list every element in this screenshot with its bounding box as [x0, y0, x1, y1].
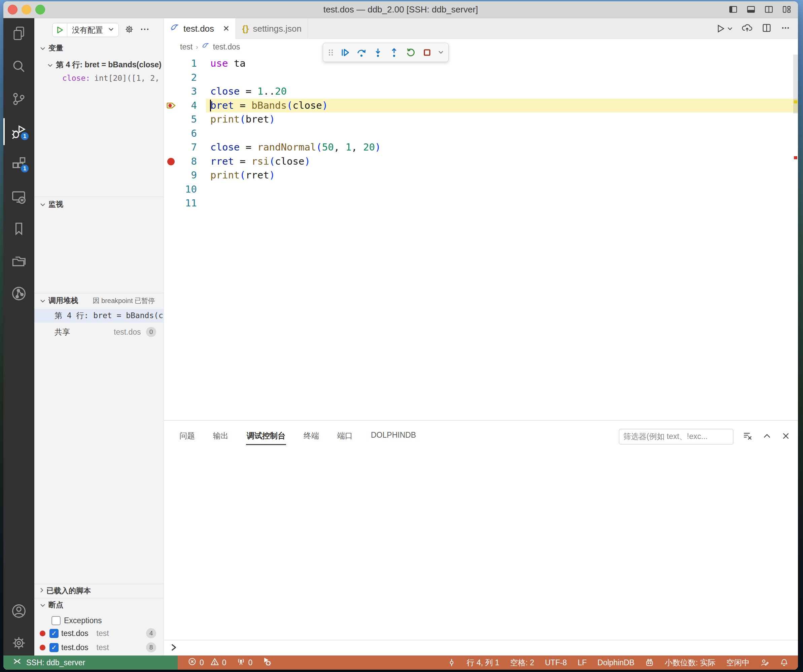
panel-tab[interactable]: 输出	[212, 427, 229, 446]
breakpoints-section-header[interactable]: 断点	[34, 600, 164, 610]
console-filter-input[interactable]	[619, 429, 733, 444]
run-debug-icon[interactable]: 1	[11, 124, 27, 140]
breakpoint-row[interactable]: ✓test.dostest4	[34, 626, 164, 640]
explorer-icon[interactable]	[11, 25, 27, 41]
maximize-panel-icon[interactable]	[762, 431, 772, 442]
debug-settings-gear-icon[interactable]	[124, 24, 134, 36]
gutter[interactable]: 10	[164, 182, 206, 197]
variable-row[interactable]: close: int[20]([1, 2, …	[34, 72, 164, 85]
ports-status[interactable]: 0	[237, 657, 253, 668]
debug-console-input[interactable]	[164, 640, 798, 656]
stack-frame-row[interactable]: 第 4 行: bret = bBands(cl	[34, 309, 164, 322]
customize-layout-icon[interactable]	[782, 5, 791, 14]
run-file-icon[interactable]	[715, 24, 733, 34]
upload-sync-icon[interactable]	[741, 23, 753, 34]
breadcrumb[interactable]: test › test.dos	[164, 39, 798, 55]
more-actions-icon[interactable]	[140, 24, 150, 36]
extension-face-icon[interactable]	[645, 658, 654, 667]
code-text[interactable]: bret = bBands(close)	[206, 99, 798, 113]
clear-console-icon[interactable]	[743, 431, 753, 443]
call-stack-section-header[interactable]: 调用堆栈 因 breakpoint 已暂停	[34, 296, 164, 306]
language-mode-status[interactable]: DolphinDB	[597, 658, 634, 667]
toolbar-drag-grip[interactable]	[327, 46, 335, 59]
code-text[interactable]: print(bret)	[206, 112, 798, 127]
start-debug-icon[interactable]	[52, 23, 67, 37]
idle-status[interactable]: 空闲中	[726, 657, 749, 668]
debug-console[interactable]	[164, 452, 798, 656]
tab-settings-json[interactable]: {} settings.json	[236, 18, 308, 39]
gutter[interactable]: 7	[164, 140, 206, 155]
search-icon[interactable]	[11, 59, 27, 75]
toggle-secondary-sidebar-icon[interactable]	[764, 5, 774, 14]
tab-test-dos[interactable]: test.dos ✕	[164, 18, 236, 39]
exceptions-breakpoint-row[interactable]: Exceptions	[34, 613, 164, 628]
remote-indicator[interactable]: SSH: ddb_server	[3, 656, 178, 670]
variables-scope-row[interactable]: 第 4 行: bret = bBands(close)	[34, 58, 164, 72]
stop-icon[interactable]	[420, 46, 434, 59]
remote-user-icon[interactable]	[760, 658, 769, 667]
breakpoint-dot[interactable]	[167, 158, 175, 165]
debug-session-status[interactable]	[263, 657, 272, 668]
code-text[interactable]: close = 1..20	[206, 85, 798, 99]
encoding-status[interactable]: UTF-8	[545, 658, 567, 667]
watch-section-header[interactable]: 监视	[34, 199, 164, 210]
problems-status[interactable]: 0 0	[188, 657, 226, 668]
breakpoint-checkbox[interactable]: ✓	[49, 643, 59, 652]
close-window-button[interactable]	[8, 5, 18, 15]
gutter[interactable]: 4	[164, 99, 206, 113]
extensions-icon[interactable]: 1	[11, 156, 27, 172]
breakpoint-row[interactable]: ✓test.dostest8	[34, 640, 164, 654]
gutter[interactable]: 11	[164, 196, 206, 210]
launch-config-dropdown[interactable]: 没有配置	[52, 23, 119, 37]
remote-explorer-icon[interactable]	[11, 189, 27, 205]
focus-marker-icon[interactable]	[447, 658, 456, 667]
cursor-position-status[interactable]: 行 4, 列 1	[467, 657, 499, 668]
eol-status[interactable]: LF	[577, 658, 587, 667]
panel-tab[interactable]: 端口	[336, 427, 353, 446]
stack-thread-row[interactable]: 共享 test.dos 0	[34, 325, 164, 339]
loaded-scripts-section-header[interactable]: 已载入的脚本	[34, 586, 164, 596]
code-text[interactable]	[206, 196, 798, 210]
gutter[interactable]: 9	[164, 168, 206, 182]
code-text[interactable]: print(rret)	[206, 168, 798, 182]
panel-tab[interactable]: 调试控制台	[246, 427, 286, 446]
variables-section-header[interactable]: 变量	[34, 43, 164, 53]
continue-icon[interactable]	[338, 46, 352, 59]
code-text[interactable]: rret = rsi(close)	[206, 155, 798, 169]
breakpoint-checkbox[interactable]: ✓	[49, 629, 59, 638]
dolphindb-explorer-icon[interactable]	[11, 285, 27, 302]
chevron-down-icon[interactable]	[437, 46, 445, 59]
step-over-icon[interactable]	[355, 46, 368, 59]
editor-scrollbar[interactable]	[793, 55, 798, 114]
bookmarks-icon[interactable]	[11, 221, 27, 237]
decimals-status[interactable]: 小数位数: 实际	[665, 657, 715, 668]
project-manager-icon[interactable]	[11, 253, 27, 269]
panel-tab[interactable]: DOLPHINDB	[370, 427, 417, 446]
close-tab-icon[interactable]: ✕	[223, 24, 229, 33]
code-text[interactable]	[206, 127, 798, 141]
settings-gear-icon[interactable]	[11, 635, 27, 651]
notifications-bell-icon[interactable]	[780, 658, 788, 667]
code-text[interactable]	[206, 71, 798, 85]
gutter[interactable]: 3	[164, 85, 206, 99]
more-actions-icon[interactable]	[780, 23, 790, 34]
zoom-window-button[interactable]	[35, 5, 45, 15]
code-text[interactable]	[206, 182, 798, 197]
minimize-window-button[interactable]	[21, 5, 31, 15]
step-into-icon[interactable]	[371, 46, 385, 59]
code-text[interactable]: use ta	[206, 57, 798, 71]
exceptions-checkbox[interactable]	[52, 616, 60, 625]
split-editor-icon[interactable]	[762, 23, 772, 34]
panel-tab[interactable]: 问题	[179, 427, 195, 446]
code-text[interactable]: close = randNormal(50, 1, 20)	[206, 140, 798, 155]
source-control-icon[interactable]	[11, 91, 27, 107]
indentation-status[interactable]: 空格: 2	[510, 657, 535, 668]
toggle-sidebar-icon[interactable]	[728, 5, 738, 14]
close-panel-icon[interactable]	[781, 431, 790, 442]
gutter[interactable]: 8	[164, 155, 206, 169]
toggle-panel-icon[interactable]	[746, 5, 756, 14]
gutter[interactable]: 2	[164, 71, 206, 85]
restart-icon[interactable]	[404, 46, 417, 59]
panel-tab[interactable]: 终端	[303, 427, 320, 446]
step-out-icon[interactable]	[387, 46, 401, 59]
